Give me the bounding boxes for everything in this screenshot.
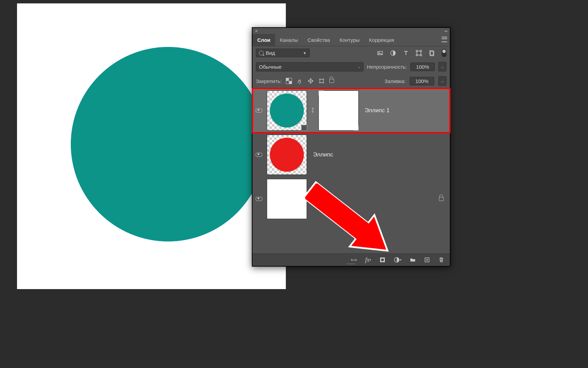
lock-fill-row: Закрепить: Заливка: 100% ⌵: [252, 74, 450, 88]
lock-transparency-icon[interactable]: [286, 78, 292, 84]
new-group-button[interactable]: [410, 257, 416, 263]
eye-icon: [256, 197, 262, 201]
opacity-value-input[interactable]: 100%: [410, 63, 435, 71]
svg-rect-5: [420, 50, 422, 52]
layers-bottom-toolbar: fx ▾ ▾ ▪▪▪▪▪▪▪: [252, 253, 450, 266]
opacity-value: 100%: [416, 64, 429, 70]
lock-label: Закрепить:: [256, 78, 282, 84]
visibility-toggle[interactable]: [254, 107, 264, 114]
filter-type-label: Вид: [266, 50, 275, 56]
collapse-panel-icon[interactable]: ««: [444, 29, 447, 33]
close-icon[interactable]: ×: [255, 28, 258, 34]
svg-rect-13: [320, 79, 323, 83]
panel-menu-icon[interactable]: [442, 37, 447, 43]
layers-list: Эллипс 1 Эллипс Фон: [252, 88, 450, 221]
layers-panel: × «« Слои Каналы Свойства Контуры Коррек…: [252, 27, 451, 267]
panel-tabs: Слои Каналы Свойства Контуры Коррекция: [252, 34, 450, 46]
layer-name-label[interactable]: Фон: [313, 196, 324, 202]
fill-value: 100%: [415, 78, 428, 84]
lock-artboard-icon[interactable]: [318, 78, 325, 84]
filter-type-select[interactable]: Вид ▼: [256, 49, 310, 57]
layer-filter-row: Вид ▼: [252, 46, 450, 60]
tab-adjustments[interactable]: Коррекция: [364, 34, 399, 46]
tab-layers[interactable]: Слои: [252, 34, 275, 46]
blend-mode-select[interactable]: Обычные ⌵: [256, 62, 363, 71]
svg-rect-6: [416, 54, 418, 56]
fill-scrub-icon[interactable]: ⌵: [438, 76, 446, 86]
thumbnail-shape-icon: [270, 94, 304, 128]
document-canvas[interactable]: [17, 3, 286, 289]
layer-row[interactable]: Эллипс 1: [252, 88, 450, 133]
layer-row[interactable]: Эллипс: [252, 133, 450, 177]
tab-paths[interactable]: Контуры: [335, 34, 364, 46]
layer-row[interactable]: Фон: [252, 177, 450, 221]
lock-all-icon[interactable]: [329, 78, 334, 84]
svg-rect-4: [416, 50, 418, 52]
chevron-down-icon: ⌵: [358, 65, 360, 69]
svg-rect-7: [420, 54, 422, 56]
opacity-scrub-icon[interactable]: ⌵: [438, 62, 446, 71]
fill-label: Заливка:: [385, 78, 406, 84]
lock-position-icon[interactable]: [308, 78, 314, 84]
layer-thumbnail[interactable]: [267, 179, 307, 219]
visibility-toggle[interactable]: [254, 196, 264, 203]
fill-value-input[interactable]: 100%: [410, 77, 434, 85]
tab-properties[interactable]: Свойства: [303, 34, 335, 46]
vector-mask-thumbnail[interactable]: [318, 90, 359, 131]
filter-adjustment-icon[interactable]: [390, 50, 396, 56]
eye-icon: [256, 153, 262, 157]
vector-path-indicator-icon: [301, 125, 307, 131]
adjustment-layer-button[interactable]: ▾: [394, 257, 402, 263]
filter-pixel-icon[interactable]: [377, 50, 383, 56]
filter-toggle-switch[interactable]: [442, 49, 446, 57]
delete-layer-button[interactable]: [438, 257, 444, 263]
layer-name-label[interactable]: Эллипс 1: [365, 107, 390, 114]
opacity-label: Непрозрачность:: [367, 64, 407, 70]
layer-name-label[interactable]: Эллипс: [313, 151, 333, 158]
layer-lock-icon[interactable]: [439, 196, 444, 202]
eye-icon: [256, 108, 262, 113]
blend-mode-value: Обычные: [259, 64, 281, 70]
panel-titlebar: × ««: [252, 28, 450, 34]
visibility-toggle[interactable]: [254, 151, 264, 158]
blend-opacity-row: Обычные ⌵ Непрозрачность: 100% ⌵: [252, 60, 450, 74]
canvas-shape-ellipse[interactable]: [71, 47, 265, 241]
tab-channels[interactable]: Каналы: [275, 34, 303, 46]
thumbnail-shape-icon: [270, 138, 304, 172]
panel-resize-grip-icon[interactable]: ▪▪▪▪▪▪▪: [347, 262, 356, 265]
filter-shape-icon[interactable]: [416, 50, 422, 56]
svg-point-15: [381, 258, 384, 261]
link-mask-icon[interactable]: [310, 107, 316, 114]
new-layer-button[interactable]: [424, 257, 430, 263]
chevron-down-icon: ▼: [303, 51, 307, 55]
filter-type-layer-icon[interactable]: [403, 50, 409, 56]
svg-rect-10: [286, 78, 289, 81]
layer-thumbnail[interactable]: [267, 135, 307, 175]
layer-effects-button[interactable]: fx ▾: [365, 256, 371, 264]
lock-image-icon[interactable]: [297, 78, 303, 84]
layer-thumbnail[interactable]: [267, 90, 307, 131]
search-icon: [259, 51, 264, 55]
filter-smartobject-icon[interactable]: [429, 50, 435, 56]
add-mask-button[interactable]: [379, 257, 386, 263]
svg-rect-11: [289, 81, 292, 84]
